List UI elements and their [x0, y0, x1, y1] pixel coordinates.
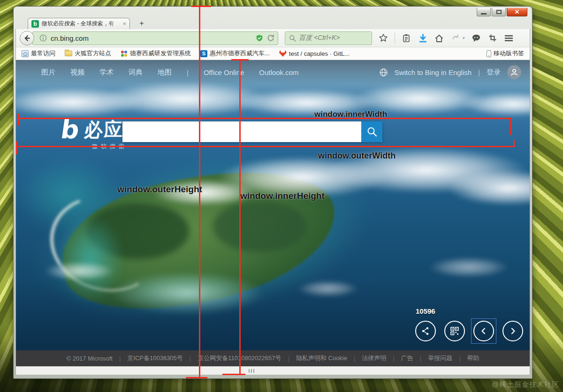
sharepoint-icon: S: [200, 50, 207, 57]
home-icon[interactable]: [434, 33, 444, 43]
bing-nav-bar: 图片 视频 学术 词典 地图 | Office Online Outlook.c…: [16, 60, 530, 84]
bing-nav-right: Switch to Bing in English | 登录: [379, 65, 521, 79]
bookmark-label: 火狐官方站点: [75, 49, 111, 58]
footer-separator: |: [393, 355, 394, 362]
previous-image-button[interactable]: [473, 321, 494, 341]
nav-divider: |: [478, 68, 480, 76]
bing-favicon: b: [31, 20, 39, 28]
close-icon: ✕: [515, 8, 520, 15]
menu-hamburger-icon[interactable]: [504, 33, 514, 43]
page-viewport: 图片 视频 学术 词典 地图 | Office Online Outlook.c…: [15, 60, 530, 375]
bookmark-desay-rd[interactable]: 德赛西威研发管理系统: [121, 49, 191, 58]
url-text[interactable]: cn.bing.com: [51, 34, 252, 42]
nav-images[interactable]: 图片: [41, 68, 55, 77]
horizontal-scrollbar[interactable]: [16, 366, 530, 375]
tab-strip: b 微软必应搜索 - 全球搜索，有 × +: [14, 17, 532, 29]
navigation-toolbar: cn.bing.com 百度 <Ctrl+K>: [16, 29, 530, 47]
share-button[interactable]: [415, 321, 436, 341]
gitlab-fox-icon: [279, 50, 287, 57]
inner-height-line-bottom-cap: [222, 374, 245, 375]
frequent-visits-icon: [22, 50, 29, 57]
bookmark-sharepoint[interactable]: S 惠州市德赛西威汽车...: [200, 49, 270, 58]
site-info-icon[interactable]: [39, 34, 47, 42]
folder-icon: [65, 51, 72, 56]
bookmark-gitlab[interactable]: test / capsules · GitL...: [279, 50, 350, 57]
globe-icon: [379, 68, 388, 77]
footer-icp-link[interactable]: 京ICP备10036305号: [127, 354, 183, 362]
next-image-button[interactable]: [502, 321, 523, 341]
bookmark-mobile[interactable]: 移动版书签: [487, 49, 524, 58]
footer-ads-link[interactable]: 广告: [401, 354, 413, 362]
image-count: 10596: [416, 307, 435, 315]
bing-logo-symbol: b: [60, 119, 81, 141]
footer-copyright: © 2017 Microsoft: [66, 355, 112, 362]
bookmark-label: 德赛西威研发管理系统: [130, 49, 191, 58]
inner-width-line-right-cap: [510, 118, 511, 135]
search-placeholder: 百度 <Ctrl+K>: [299, 34, 340, 42]
bookmark-star-icon[interactable]: [378, 33, 388, 43]
hero-image: [16, 60, 530, 351]
browser-search-box[interactable]: 百度 <Ctrl+K>: [285, 31, 372, 45]
inner-height-line: [239, 59, 241, 375]
bookmark-firefox-folder[interactable]: 火狐官方站点: [65, 49, 111, 58]
browser-tab[interactable]: b 微软必应搜索 - 全球搜索，有 ×: [28, 18, 130, 29]
toolbar-divider: [395, 33, 395, 43]
footer-separator: |: [288, 355, 289, 362]
bookmark-frequent-visits[interactable]: 最常访问: [22, 49, 55, 58]
bookmark-label: 惠州市德赛西威汽车...: [210, 49, 270, 58]
switch-language-link[interactable]: Switch to Bing in English: [395, 68, 472, 76]
footer-legal-link[interactable]: 法律声明: [362, 354, 386, 362]
chat-bubble-icon[interactable]: [471, 33, 481, 43]
reload-icon[interactable]: [267, 34, 274, 42]
inner-width-line: [19, 118, 511, 119]
nav-outlook[interactable]: Outlook.com: [259, 68, 298, 76]
footer-feedback-link[interactable]: 举报问题: [428, 354, 452, 362]
inner-width-label: window.innerWidth: [314, 110, 387, 119]
nav-divider: |: [187, 68, 189, 76]
screenshot-crop-icon[interactable]: [487, 33, 498, 43]
window-controls: ✕: [476, 8, 527, 16]
maximize-icon: [496, 10, 502, 14]
nav-dictionary[interactable]: 词典: [129, 68, 143, 77]
colorful-dots-icon: [121, 50, 128, 57]
footer-separator: |: [190, 355, 191, 362]
bing-search-button[interactable]: [361, 121, 382, 142]
nav-maps[interactable]: 地图: [158, 68, 172, 77]
scrollbar-grip[interactable]: [249, 369, 254, 373]
outer-height-label: window.outerHeight: [117, 184, 202, 195]
downloads-icon[interactable]: [418, 33, 428, 43]
footer-separator: |: [119, 355, 121, 362]
avatar[interactable]: [507, 65, 521, 79]
nav-academic[interactable]: 学术: [99, 68, 114, 77]
footer-separator: |: [459, 355, 460, 362]
maximize-button[interactable]: [492, 8, 506, 16]
sync-dropdown-icon[interactable]: ▾: [463, 36, 465, 40]
bookmark-label: test / capsules · GitL...: [289, 50, 350, 57]
browser-chrome: cn.bing.com 百度 <Ctrl+K>: [15, 29, 530, 60]
nav-videos[interactable]: 视频: [70, 68, 84, 77]
library-icon[interactable]: [401, 33, 411, 43]
new-tab-button[interactable]: +: [135, 19, 149, 29]
bookmarks-bar: 最常访问 火狐官方站点 德赛西威研发管理系统 S 惠州市德赛西威汽车... te…: [16, 47, 530, 60]
bing-search-input[interactable]: [122, 121, 361, 142]
outer-height-line-top-cap: [191, 6, 211, 7]
nav-office-online[interactable]: Office Online: [204, 68, 244, 76]
watermark: @稀土掘金技术社区: [492, 380, 559, 389]
bookmark-label: 最常访问: [31, 49, 55, 58]
sign-in-link[interactable]: 登录: [487, 68, 501, 77]
footer-help-link[interactable]: 帮助: [467, 354, 479, 362]
qr-code-button[interactable]: [444, 321, 465, 341]
tab-close-icon[interactable]: ×: [122, 21, 126, 27]
minimize-button[interactable]: [477, 8, 491, 16]
bookmark-label: 移动版书签: [494, 49, 524, 58]
url-bar[interactable]: cn.bing.com: [32, 31, 278, 45]
outer-width-line-right-cap: [513, 140, 515, 147]
inner-width-line-left-cap: [18, 113, 19, 126]
shield-icon[interactable]: [256, 34, 263, 42]
close-window-button[interactable]: ✕: [507, 8, 527, 16]
sync-icon[interactable]: [450, 33, 461, 43]
bing-footer: © 2017 Microsoft | 京ICP备10036305号 | 京公网安…: [16, 350, 530, 366]
back-button[interactable]: [20, 31, 34, 45]
outer-width-label: window.outerWidth: [318, 151, 396, 161]
footer-privacy-link[interactable]: 隐私声明和 Cookie: [296, 354, 347, 362]
